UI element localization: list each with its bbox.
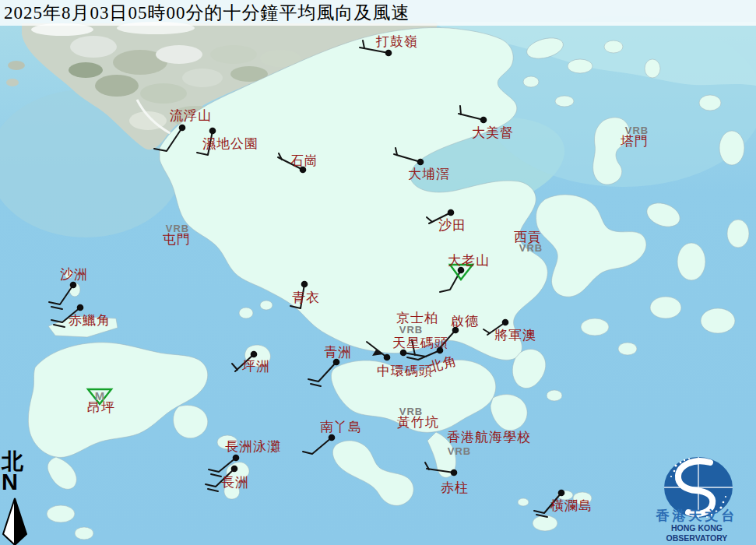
sai-kung-station-label: 西貢 [514,230,542,244]
island [677,243,705,280]
hk-sea-school-station-label: 香港航海學校 [447,430,531,445]
tai-mei-tuk-wind-barb [460,106,461,114]
island [260,301,273,310]
island [75,527,93,540]
cheung-chau-beach-station-label: 長洲泳灘 [225,439,281,454]
tsing-yi-station-dot[interactable] [301,281,308,288]
island [727,220,749,248]
island [239,308,253,318]
chek-lap-kok-station-label: 赤鱲角 [69,313,111,328]
shek-kong-station-label: 石崗 [290,153,318,168]
tsing-yi-station-label: 青衣 [292,290,320,305]
tap-mun-station-label: 塔門 [620,134,649,149]
island [47,505,75,522]
north-point-station-dot[interactable] [437,347,444,354]
compass: 北 N [2,452,45,545]
island [645,59,660,78]
peng-chau-station-label: 坪洲 [242,359,270,374]
island [650,297,681,318]
kings-park-station-label: 京士柏 [396,311,438,325]
cheung-chau-station-label: 長洲 [221,475,249,490]
wetland-park-station-label: 濕地公園 [202,136,258,151]
wetland-park-station-dot[interactable] [209,128,216,135]
hko-logo-chinese: 香港天文台 [642,509,751,523]
island [523,76,539,87]
island [699,95,721,111]
tates-cairn-station-label: 大老山 [448,253,490,268]
island [518,498,529,506]
island [581,318,609,336]
sha-chau-station-label: 沙洲 [60,267,88,282]
peng-chau-station-dot[interactable] [251,351,258,358]
tai-po-kau-station-dot[interactable] [417,159,424,166]
waglan-island-station-label: 橫瀾島 [550,498,592,513]
island [555,96,574,107]
ta-kwu-ling-station-dot[interactable] [385,50,392,57]
tai-po-kau-station-label: 大埔滘 [408,167,450,181]
station-tuen-mun: VRB屯門 [163,223,191,247]
tai-mei-tuk-station-label: 大美督 [472,125,514,140]
sha-chau-station-dot[interactable] [70,282,77,289]
lau-fau-shan-station-dot[interactable] [179,125,186,132]
ta-kwu-ling-station-label: 打鼓嶺 [375,34,418,49]
island [618,343,637,355]
lamma-island-station-dot[interactable] [329,434,336,441]
map-title: 2025年8月03日05時00分的十分鐘平均風向及風速 [0,1,410,25]
sha-tin-station-label: 沙田 [438,218,466,233]
chek-lap-kok-station-dot[interactable] [77,304,84,311]
stanley-station-dot[interactable] [451,469,458,476]
hko-logo-english: HONG KONG OBSERVATORY [642,523,751,543]
waglan-island-station-dot[interactable] [558,490,565,497]
island [533,515,557,531]
cheung-chau-beach-station-dot[interactable] [233,455,240,462]
sha-tin-station-dot[interactable] [448,209,455,216]
tuen-mun-station-label: 屯門 [163,232,191,247]
tseung-kwan-o-station-label: 將軍澳 [494,328,536,343]
ngong-ping-station-label: 昂坪 [87,400,115,415]
wind-map-page: 打鼓嶺流浮山濕地公園石崗大美督大埔滘沙田大老山VRB西貢VRB塔門VRB屯門沙洲… [0,0,756,545]
hk-sea-school-vrb-indicator: VRB [448,445,471,457]
island [604,40,623,53]
island [568,59,592,73]
kai-tak-station-label: 啟德 [451,314,479,329]
island [719,131,744,165]
wong-chuk-hang-station-label: 黃竹坑 [397,415,439,430]
stanley-station-label: 赤柱 [441,480,469,495]
central-pier-station-label: 中環碼頭 [377,364,433,378]
tseung-kwan-o-station-dot[interactable] [502,319,509,326]
chi-ma-wan-peninsula [174,405,208,438]
kings-park-vrb-indicator: VRB [399,324,423,336]
lau-fau-shan-station-label: 流浮山 [170,108,212,123]
cheung-chau-station-dot[interactable] [231,466,238,473]
hko-logo: 香港天文台 HONG KONG OBSERVATORY [642,448,751,543]
green-island-station-label: 青洲 [324,345,352,360]
island [701,308,735,333]
lamma-island-station-label: 南丫島 [320,420,362,434]
title-bar: 2025年8月03日05時00分的十分鐘平均風向及風速 [0,0,756,26]
tai-mei-tuk-station-dot[interactable] [480,117,487,124]
central-pier-station-dot[interactable] [384,354,391,361]
compass-north-letter: N [2,472,45,492]
island [547,390,562,401]
